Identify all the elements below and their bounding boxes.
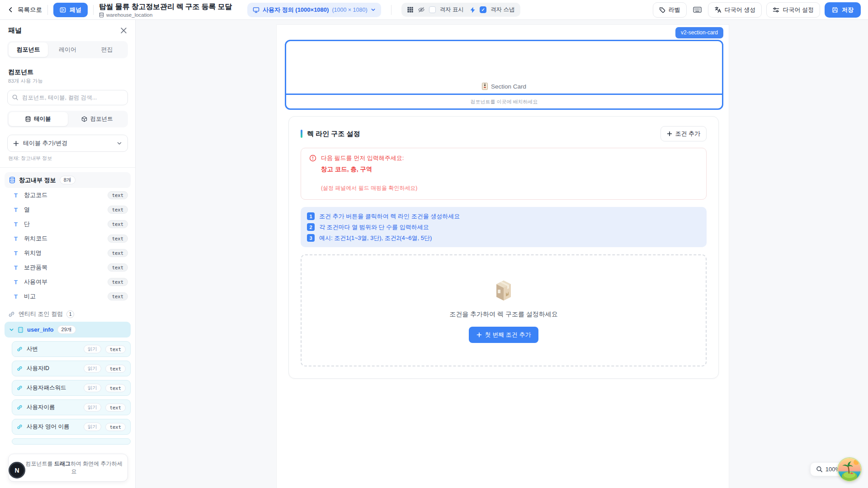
keyboard-shortcuts-button[interactable] bbox=[691, 5, 703, 15]
link-icon bbox=[17, 346, 23, 352]
field-row-location-name[interactable]: T 위치명 text bbox=[5, 246, 131, 260]
link-icon bbox=[17, 404, 23, 410]
text-type-icon: T bbox=[13, 279, 19, 286]
avatar[interactable]: N bbox=[9, 462, 25, 479]
text-type-icon: T bbox=[13, 250, 19, 257]
join-field-user-id[interactable]: 사용자ID 읽기 text bbox=[12, 361, 131, 376]
source-tab-component[interactable]: 컴포넌트 bbox=[68, 112, 127, 126]
step-2: 2 각 조건마다 열 범위와 단 수를 입력하세요 bbox=[307, 223, 700, 231]
join-field-partial[interactable] bbox=[12, 438, 131, 445]
join-table-user-info[interactable]: user_info 29개 bbox=[5, 322, 131, 338]
resolution-selector[interactable]: 사용자 정의 (1000×1080) (1000 × 1080) bbox=[247, 3, 381, 17]
save-button[interactable]: 저장 bbox=[825, 2, 861, 18]
grid-show-checkbox[interactable] bbox=[429, 6, 436, 13]
keyboard-icon bbox=[693, 6, 702, 13]
source-tab-table[interactable]: 테이블 bbox=[9, 112, 68, 126]
readonly-badge: 읽기 bbox=[84, 345, 101, 353]
design-canvas[interactable]: v2-section-card Section Card 컴포넌트를 이곳에 배… bbox=[277, 25, 729, 488]
save-icon bbox=[832, 7, 838, 13]
resolution-detail: (1000 × 1080) bbox=[332, 7, 367, 13]
warning-line1: 다음 필드를 먼저 입력해주세요: bbox=[321, 154, 404, 162]
rack-card-title: 렉 라인 구조 설정 bbox=[307, 130, 360, 138]
close-icon[interactable] bbox=[120, 27, 127, 34]
database-icon bbox=[25, 116, 31, 122]
chevron-down-icon bbox=[117, 141, 122, 146]
text-type-icon: T bbox=[13, 235, 19, 242]
readonly-badge: 읽기 bbox=[84, 422, 101, 431]
tropical-island-icon[interactable] bbox=[837, 457, 862, 482]
field-row-warehouse-code[interactable]: T 창고코드 text bbox=[5, 188, 131, 202]
field-row-location-code[interactable]: T 위치코드 text bbox=[5, 231, 131, 246]
lightning-icon bbox=[470, 7, 476, 13]
page-title: 탑씰 물류 창고정보관리 렉 구조 등록 모달 bbox=[99, 2, 232, 12]
panel-title: 패널 bbox=[8, 26, 22, 35]
grid-controls: 격자 표시 ✓ 격자 스냅 bbox=[401, 3, 520, 17]
type-badge: text bbox=[105, 384, 126, 392]
section-card-body[interactable]: Section Card bbox=[286, 41, 722, 95]
instruction-steps: 1 조건 추가 버튼을 클릭하여 렉 라인 조건을 생성하세요 2 각 조건마다… bbox=[301, 207, 707, 247]
chevron-down-icon bbox=[9, 327, 14, 332]
tab-layers[interactable]: 레이어 bbox=[48, 42, 87, 57]
tab-edit[interactable]: 편집 bbox=[87, 42, 127, 57]
type-badge: text bbox=[105, 423, 126, 431]
join-field-user-name[interactable]: 사용자이름 읽기 text bbox=[12, 399, 131, 415]
search-input[interactable] bbox=[7, 90, 128, 105]
cube-icon bbox=[81, 116, 87, 122]
add-condition-button[interactable]: 조건 추가 bbox=[660, 126, 707, 141]
join-field-user-english-name[interactable]: 사용자 영어 이름 읽기 text bbox=[12, 419, 131, 435]
readonly-badge: 읽기 bbox=[84, 403, 101, 412]
monitor-icon bbox=[253, 7, 259, 13]
magnifier-icon bbox=[816, 466, 823, 473]
table-group-header[interactable]: 창고내부 정보 8개 bbox=[5, 172, 131, 188]
step-3: 3 예시: 조건1(1~3열, 3단), 조건2(4~6열, 5단) bbox=[307, 234, 700, 242]
tab-components[interactable]: 컴포넌트 bbox=[9, 42, 48, 57]
add-first-condition-button[interactable]: 첫 번째 조건 추가 bbox=[469, 327, 539, 343]
add-table-dropdown[interactable]: 테이블 추가/변경 bbox=[7, 135, 128, 152]
title-marker bbox=[301, 130, 302, 138]
field-row-remarks[interactable]: T 비고 text bbox=[5, 289, 131, 304]
section-card-component-selected[interactable]: Section Card 컴포넌트를 이곳에 배치하세요 bbox=[285, 40, 723, 110]
fields-scroll-area[interactable]: 창고내부 정보 8개 T 창고코드 text T 열 text T 단 text… bbox=[0, 168, 135, 488]
text-type-icon: T bbox=[13, 293, 19, 300]
sliders-icon bbox=[773, 7, 779, 13]
label-button[interactable]: 라벨 bbox=[653, 2, 687, 18]
conditions-empty-state: 조건을 추가하여 렉 구조를 설정하세요 첫 번째 조건 추가 bbox=[301, 254, 707, 366]
table-group-count: 8개 bbox=[60, 176, 75, 184]
join-field-employee-no[interactable]: 사번 읽기 text bbox=[12, 341, 131, 357]
panel-toggle-button[interactable]: 패널 bbox=[53, 3, 88, 17]
translate-icon bbox=[714, 6, 722, 13]
text-type-icon: T bbox=[13, 206, 19, 213]
step-number-badge: 2 bbox=[307, 223, 315, 231]
type-badge: text bbox=[108, 191, 128, 199]
divider bbox=[391, 5, 392, 15]
field-row-stored-item[interactable]: T 보관품목 text bbox=[5, 260, 131, 275]
eye-off-icon[interactable] bbox=[418, 6, 425, 13]
join-field-user-password[interactable]: 사용자패스워드 읽기 text bbox=[12, 380, 131, 396]
field-row-level[interactable]: T 단 text bbox=[5, 217, 131, 231]
step-number-badge: 3 bbox=[307, 234, 315, 242]
grid-icon[interactable] bbox=[407, 6, 414, 13]
readonly-badge: 읽기 bbox=[84, 384, 101, 392]
type-badge: text bbox=[108, 235, 128, 243]
resolution-label: 사용자 정의 (1000×1080) bbox=[263, 6, 329, 14]
back-to-list-button[interactable]: 목록으로 bbox=[7, 6, 42, 14]
join-count-badge: 1 bbox=[66, 310, 74, 318]
type-badge: text bbox=[108, 263, 128, 272]
database-icon bbox=[99, 12, 104, 18]
table-group-name: 창고내부 정보 bbox=[19, 176, 56, 184]
tag-icon bbox=[659, 7, 665, 13]
back-label: 목록으로 bbox=[18, 6, 42, 14]
grid-snap-checkbox[interactable]: ✓ bbox=[480, 6, 486, 13]
i18n-settings-button[interactable]: 다국어 설정 bbox=[766, 2, 820, 18]
grid-snap-label: 격자 스냅 bbox=[491, 6, 514, 14]
plus-icon bbox=[13, 141, 19, 146]
plus-icon bbox=[667, 131, 672, 136]
components-available-count: 83개 사용 가능 bbox=[8, 78, 127, 84]
link-icon bbox=[17, 366, 23, 371]
i18n-generate-button[interactable]: 다국어 생성 bbox=[708, 2, 762, 18]
field-row-in-use[interactable]: T 사용여부 text bbox=[5, 275, 131, 289]
component-dropzone[interactable]: 컴포넌트를 이곳에 배치하세요 bbox=[286, 95, 722, 108]
field-row-column[interactable]: T 열 text bbox=[5, 202, 131, 217]
warning-required-fields: 창고 코드, 층, 구역 bbox=[321, 165, 698, 174]
top-toolbar: 목록으로 패널 탑씰 물류 창고정보관리 렉 구조 등록 모달 warehous… bbox=[0, 0, 868, 20]
